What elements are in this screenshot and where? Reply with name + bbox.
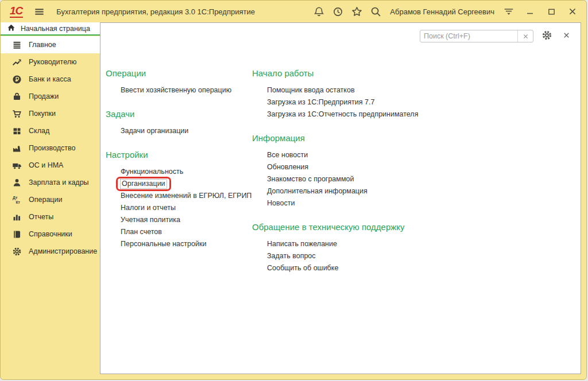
menu-section: Настройки Функциональность Организации В… xyxy=(106,149,252,250)
link-row: Организации xyxy=(106,178,252,190)
sidebar-item-label: Руководителю xyxy=(29,58,76,66)
app-window: 1С Бухгалтерия предприятия, редакция 3.0… xyxy=(0,0,587,380)
command-link-zadat-vopros[interactable]: Задать вопрос xyxy=(267,252,316,261)
close-icon xyxy=(568,7,577,16)
command-link-vnesenie-izmeneniy[interactable]: Внесение изменений в ЕГРЮЛ, ЕГРИП xyxy=(121,192,252,200)
tab-home-page[interactable]: Начальная страница xyxy=(1,22,100,36)
link-row: План счетов xyxy=(106,226,252,238)
sidebar-item-label: Администрирование xyxy=(29,247,97,255)
command-link-obnovleniya[interactable]: Обновления xyxy=(267,163,308,172)
gear-icon xyxy=(541,30,552,42)
sidebar-item-proizvodstvo[interactable]: Производство xyxy=(1,139,100,157)
section-title: Начало работы xyxy=(252,68,581,79)
service-menu-button[interactable] xyxy=(502,5,516,18)
link-row: Дополнительная информация xyxy=(252,185,581,197)
command-link-znakomstvo-s-programmoy[interactable]: Знакомство с программой xyxy=(267,175,354,184)
tab-label: Начальная страница xyxy=(21,25,90,33)
column-left: Операции Ввести хозяйственную операцию З… xyxy=(106,68,252,286)
current-user-button[interactable]: Абрамов Геннадий Сергеевич xyxy=(388,7,497,16)
maximize-button[interactable] xyxy=(544,5,558,18)
ruble-coin-icon xyxy=(12,75,22,84)
sidebar-item-operacii[interactable]: Операции xyxy=(1,191,100,208)
section-title: Настройки xyxy=(106,149,252,161)
menu-section: Обращение в техническую поддержку Написа… xyxy=(252,221,581,274)
command-link-pomoschnik-vvoda-ostatkov[interactable]: Помощник ввода остатков xyxy=(267,86,355,95)
link-row: Обновления xyxy=(252,161,581,173)
section-title: Обращение в техническую поддержку xyxy=(252,221,581,233)
window-title: Бухгалтерия предприятия, редакция 3.0 1С… xyxy=(56,7,255,16)
section-links: Задачи организации xyxy=(106,125,252,137)
page-search-input[interactable] xyxy=(420,31,517,41)
sidebar-item-pokupki[interactable]: Покупки xyxy=(1,105,100,122)
sidebar-item-otchety[interactable]: Отчеты xyxy=(1,208,100,226)
panel-close-button[interactable] xyxy=(560,30,572,42)
trend-chart-icon xyxy=(12,57,22,67)
sidebar-item-spravochniki[interactable]: Справочники xyxy=(1,226,100,243)
close-window-button[interactable] xyxy=(566,5,579,18)
sidebar-item-os-i-nma[interactable]: ОС и НМА xyxy=(1,157,100,174)
home-icon xyxy=(7,24,16,34)
sidebar-item-prodazhi[interactable]: Продажи xyxy=(1,88,100,105)
command-link-zagruzka-1c-otchetnost[interactable]: Загрузка из 1С:Отчетность предпринимател… xyxy=(267,110,418,119)
sidebar-item-label: Продажи xyxy=(29,92,59,100)
dt-kt-icon xyxy=(12,195,22,205)
command-link-plan-schetov[interactable]: План счетов xyxy=(121,228,162,236)
titlebar: 1С Бухгалтерия предприятия, редакция 3.0… xyxy=(1,1,586,22)
sidebar-item-label: Справочники xyxy=(29,230,72,238)
sidebar-item-zarplata-i-kadry[interactable]: Зарплата и кадры xyxy=(1,174,100,191)
notifications-button[interactable] xyxy=(312,5,326,18)
command-link-zadachi-organizacii[interactable]: Задачи организации xyxy=(121,127,188,135)
link-row: Помощник ввода остатков xyxy=(252,84,581,96)
link-row: Знакомство с программой xyxy=(252,173,581,185)
section-title: Информация xyxy=(252,133,581,144)
menu-section: Информация Все новости Обновления Знаком… xyxy=(252,133,581,209)
sidebar-item-administrirovanie[interactable]: Администрирование xyxy=(1,243,100,260)
page-search-box xyxy=(420,30,533,42)
sidebar-item-bank-i-kassa[interactable]: Банк и касса xyxy=(1,71,100,88)
person-icon xyxy=(12,178,22,188)
section-title: Задачи xyxy=(106,108,252,120)
factory-icon xyxy=(12,143,22,153)
cart-icon xyxy=(12,109,22,119)
command-link-organizacii[interactable]: Организации xyxy=(116,177,171,191)
menu-section: Операции Ввести хозяйственную операцию xyxy=(106,68,252,96)
sidebar-item-sklad[interactable]: Склад xyxy=(1,122,100,139)
sidebar-item-label: Операции xyxy=(29,196,62,204)
book-icon xyxy=(12,230,22,239)
sidebar-item-glavnoe[interactable]: Главное xyxy=(1,36,100,53)
command-link-zagruzka-1c-77[interactable]: Загрузка из 1С:Предприятия 7.7 xyxy=(267,98,374,107)
menu-section: Начало работы Помощник ввода остатков За… xyxy=(252,68,581,120)
link-row: Все новости xyxy=(252,149,581,161)
search-clear-icon[interactable] xyxy=(517,30,533,42)
boxes-icon xyxy=(12,126,22,136)
minimize-button[interactable] xyxy=(523,5,537,18)
global-search-button[interactable] xyxy=(369,5,382,18)
sections-panel: Главное Руководителю Банк и касса Продаж… xyxy=(1,36,100,260)
link-row: Налоги и отчеты xyxy=(106,202,252,214)
main-menu-button[interactable] xyxy=(32,5,46,18)
favorites-button[interactable] xyxy=(350,5,363,18)
panel-toolbar xyxy=(100,23,581,49)
column-right: Начало работы Помощник ввода остатков За… xyxy=(252,68,581,286)
command-link-napisat-pozhelanie[interactable]: Написать пожелание xyxy=(267,240,337,248)
history-button[interactable] xyxy=(331,5,345,18)
maximize-icon xyxy=(547,7,556,16)
sidebar-item-label: Главное xyxy=(29,41,56,49)
link-row: Персональные настройки xyxy=(106,238,252,250)
search-icon xyxy=(370,6,381,17)
command-link-novosti[interactable]: Новости xyxy=(267,199,295,208)
truck-icon xyxy=(12,161,22,170)
command-link-vse-novosti[interactable]: Все новости xyxy=(267,151,308,160)
command-link-nalogi-i-otchety[interactable]: Налоги и отчеты xyxy=(121,204,176,212)
command-link-dopolnitelnaya-informaciya[interactable]: Дополнительная информация xyxy=(267,187,368,196)
command-link-vvesti-hoz-operaciyu[interactable]: Ввести хозяйственную операцию xyxy=(121,86,231,95)
section-links: Ввести хозяйственную операцию xyxy=(106,84,252,96)
sidebar-item-rukovoditelyu[interactable]: Руководителю xyxy=(1,53,100,71)
link-row: Задачи организации xyxy=(106,125,252,137)
command-link-funkcionalnost[interactable]: Функциональность xyxy=(121,168,183,176)
command-link-uchetnaya-politika[interactable]: Учетная политика xyxy=(121,216,180,224)
command-link-soobschit-ob-oshibke[interactable]: Сообщить об ошибке xyxy=(267,264,338,273)
panel-settings-button[interactable] xyxy=(540,30,553,42)
command-link-personalnye-nastroyki[interactable]: Персональные настройки xyxy=(121,240,206,248)
command-columns: Операции Ввести хозяйственную операцию З… xyxy=(100,68,581,286)
